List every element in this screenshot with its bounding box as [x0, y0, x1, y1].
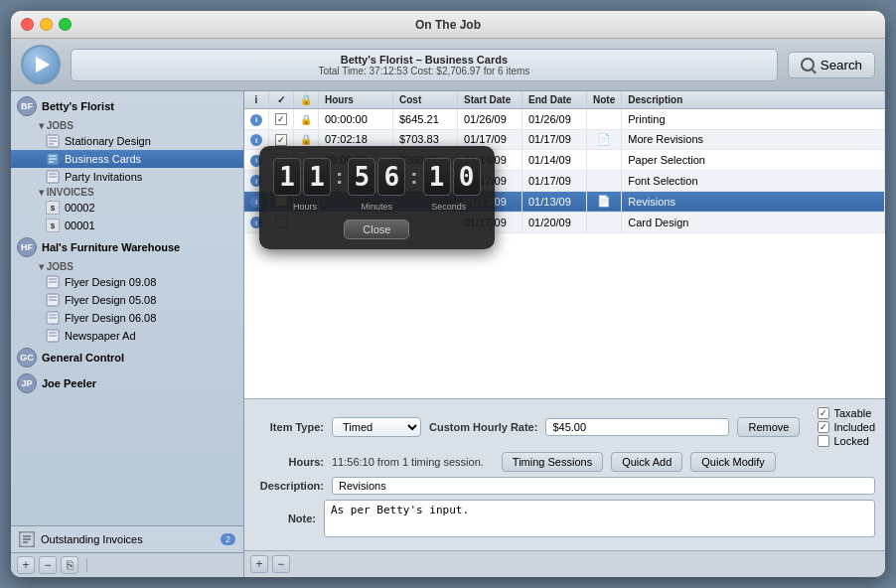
search-icon [801, 58, 815, 72]
timer-labels: Hours Minutes Seconds [273, 200, 481, 212]
col-header-end-date: End Date [523, 91, 587, 109]
note-label: Note: [254, 513, 316, 524]
timer-seconds-label: Seconds [431, 202, 466, 212]
col-cost: $645.21 [393, 109, 458, 130]
col-note [587, 109, 622, 130]
invoice-icon-00001: $ [46, 219, 60, 232]
outstanding-icon [19, 531, 35, 547]
sidebar-client-hals[interactable]: HF Hal's Furniture Warehouse [11, 234, 243, 260]
add-row-button[interactable]: + [250, 555, 268, 573]
invoice-00002[interactable]: $ 00002 [11, 199, 243, 217]
form-row-item-type: Item Type: Timed Custom Hourly Rate: Rem… [254, 407, 875, 447]
job-info-panel: Betty's Florist – Business Cards Total T… [71, 49, 778, 81]
col-header-description: Description [622, 91, 885, 109]
table-row[interactable]: i🔒00:00:00$645.2101/26/0901/26/09Printin… [244, 109, 885, 130]
col-note: 📄 [587, 191, 622, 212]
job-icon-flyer1 [46, 275, 60, 289]
timer-close-button[interactable]: Close [344, 220, 409, 239]
col-note [587, 150, 622, 171]
col-lock: 🔒 [294, 109, 319, 130]
maximize-button[interactable] [59, 18, 72, 31]
description-input[interactable] [332, 477, 875, 495]
col-description: Printing [622, 109, 885, 130]
col-end-date: 01/14/09 [523, 150, 587, 171]
timer-seconds-tens: 1 [423, 158, 451, 196]
locked-row: Locked [818, 435, 875, 447]
main-window: On The Job Betty's Florist – Business Ca… [11, 11, 885, 577]
client-avatar-general: GC [17, 348, 37, 368]
sidebar-client-joe[interactable]: JP Joe Peeler [11, 370, 243, 396]
client-name-bettys: Betty's Florist [42, 100, 114, 112]
sidebar-client-general[interactable]: GC General Control [11, 345, 243, 370]
job-stationary-design[interactable]: Stationary Design [11, 132, 243, 150]
timer-hours-label: Hours [293, 202, 317, 212]
job-flyer-0608-label: Flyer Design 06.08 [65, 312, 156, 324]
timer-minutes-label: Minutes [362, 202, 393, 212]
quick-modify-button[interactable]: Quick Modify [690, 452, 776, 472]
timer-hours-tens: 1 [273, 158, 301, 196]
close-button[interactable] [21, 18, 34, 31]
form-row-note: Note: As per Betty's input. [254, 500, 875, 537]
play-icon [36, 57, 50, 73]
timing-sessions-button[interactable]: Timing Sessions [502, 452, 603, 472]
invoice-00001-label: 00001 [65, 220, 95, 231]
col-header-cost: Cost [393, 91, 458, 109]
job-flyer-0508-label: Flyer Design 05.08 [65, 294, 156, 306]
timer-seconds-group: 1 0 [423, 158, 481, 196]
invoice-00001[interactable]: $ 00001 [11, 217, 243, 234]
col-description: Font Selection [622, 170, 885, 191]
form-row-description: Description: [254, 477, 875, 495]
job-icon-party [46, 170, 60, 184]
job-icon-newspaper [46, 329, 60, 343]
col-check[interactable] [269, 109, 294, 130]
custom-hourly-input[interactable] [545, 418, 729, 436]
duplicate-item-button[interactable]: ⎘ [61, 556, 78, 574]
sidebar-list: BF Betty's Florist ▾ JOBS Stationary Des… [11, 91, 243, 525]
client-name-hals: Hal's Furniture Warehouse [42, 241, 180, 253]
toolbar: Betty's Florist – Business Cards Total T… [11, 39, 885, 91]
job-party-invitations[interactable]: Party Invitations [11, 168, 243, 186]
col-description: Revisions [622, 191, 885, 212]
col-header-check: ✓ [269, 91, 294, 109]
job-stationary-label: Stationary Design [65, 135, 151, 147]
outstanding-invoices-bar[interactable]: Outstanding Invoices 2 [11, 525, 243, 552]
bottom-form: Item Type: Timed Custom Hourly Rate: Rem… [244, 398, 885, 550]
sidebar: BF Betty's Florist ▾ JOBS Stationary Des… [11, 91, 244, 577]
timer-minutes-tens: 5 [348, 158, 375, 196]
job-flyer-0908-label: Flyer Design 09.08 [65, 276, 156, 288]
taxable-checkbox[interactable] [818, 407, 829, 419]
remove-item-button[interactable]: − [39, 556, 57, 574]
add-item-button[interactable]: + [17, 556, 35, 574]
main-content: BF Betty's Florist ▾ JOBS Stationary Des… [11, 91, 885, 577]
included-checkbox[interactable] [818, 421, 829, 433]
job-business-cards[interactable]: Business Cards [11, 150, 243, 168]
job-flyer-0908[interactable]: Flyer Design 09.08 [11, 273, 243, 291]
job-flyer-0508[interactable]: Flyer Design 05.08 [11, 291, 243, 309]
timer-seconds-label-group: Seconds [419, 200, 479, 212]
sidebar-client-bettys[interactable]: BF Betty's Florist [11, 93, 243, 119]
minimize-button[interactable] [40, 18, 53, 31]
job-icon-flyer3 [46, 311, 60, 325]
invoice-icon-00002: $ [46, 201, 60, 215]
note-textarea[interactable]: As per Betty's input. [324, 500, 875, 537]
included-label: Included [833, 421, 875, 433]
timer-colon-1: : [336, 164, 343, 190]
jobs-section-label: ▾ JOBS [11, 119, 243, 132]
job-newspaper-ad[interactable]: Newspaper Ad [11, 327, 243, 345]
client-general-label: General Control [42, 352, 124, 364]
checkboxes-panel: Taxable Included Locked [818, 407, 875, 447]
app-logo [21, 45, 61, 84]
item-type-select[interactable]: Timed [332, 417, 421, 437]
job-icon [46, 134, 60, 148]
remove-button[interactable]: Remove [737, 417, 800, 437]
remove-row-button[interactable]: − [272, 555, 290, 573]
quick-add-button[interactable]: Quick Add [611, 452, 682, 472]
job-icon-flyer2 [46, 293, 60, 307]
col-description: Paper Selection [622, 150, 885, 171]
search-button[interactable]: Search [788, 52, 875, 78]
job-business-cards-label: Business Cards [65, 153, 141, 165]
job-flyer-0608[interactable]: Flyer Design 06.08 [11, 309, 243, 327]
col-start-date: 01/26/09 [458, 109, 523, 130]
client-job-name: Betty's Florist – Business Cards [81, 54, 767, 66]
locked-checkbox[interactable] [818, 435, 829, 447]
